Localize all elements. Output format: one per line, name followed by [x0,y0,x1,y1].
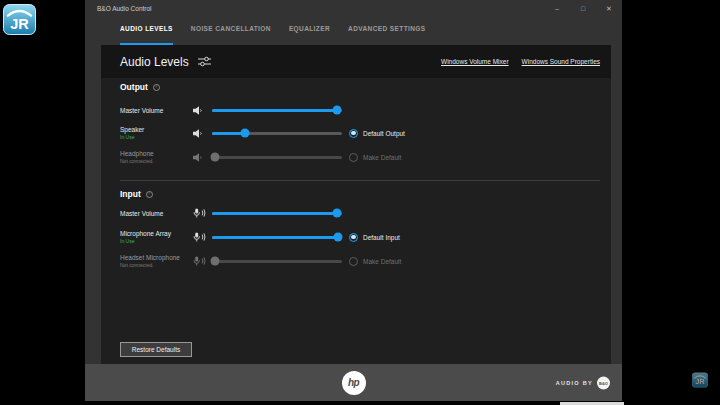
header-links: Windows Volume Mixer Windows Sound Prope… [441,58,600,65]
speaker-icon [193,129,212,138]
slider-track[interactable] [212,109,342,112]
row-label-text: Master Volume [120,107,193,114]
info-icon[interactable]: i [146,191,153,198]
jr-watermark-logo-small: JR [692,372,708,388]
status-badge: In Use [120,238,193,244]
input-master-volume-row: Master Volume [120,204,342,222]
radio-label: Make Default [363,154,401,161]
slider-track[interactable] [212,236,342,239]
window-title: B&O Audio Control [97,5,152,12]
tab-advanced-settings[interactable]: ADVANCED SETTINGS [348,25,425,45]
make-default-radio-group: Make Default [349,153,401,162]
audio-levels-panel: Audio Levels Windows Volume Mixer Window… [101,45,611,364]
default-input-radio-group: Default Input [349,233,400,242]
output-section-title: Output i [120,82,160,92]
slider-thumb[interactable] [332,106,341,115]
input-section-title: Input i [120,189,153,199]
mic-icon [193,232,212,242]
volume-slider-disabled [212,257,342,266]
status-badge: Not connected. [120,158,193,164]
titlebar: B&O Audio Control – □ ✕ [85,0,622,17]
default-output-radio-group: Default Output [349,129,405,138]
bo-audio-control-window: B&O Audio Control – □ ✕ AUDIO LEVELS NOI… [85,0,622,401]
info-icon[interactable]: i [153,84,160,91]
row-label: Microphone Array In Use [120,230,193,245]
panel-content: Output i Master Volume [101,78,611,364]
output-title-text: Output [120,82,148,92]
svg-text:JR: JR [695,378,704,385]
tab-noise-cancellation[interactable]: NOISE CANCELLATION [191,25,271,45]
slider-thumb[interactable] [332,209,341,218]
radio-unselected[interactable] [349,153,358,162]
close-button[interactable]: ✕ [596,0,622,17]
row-label: Master Volume [120,210,193,217]
panel-header: Audio Levels Windows Volume Mixer Window… [101,45,611,78]
output-headphone-row: Headphone Not connected. [120,148,401,166]
row-label-text: Headphone [120,150,193,157]
slider-fill [212,212,337,215]
volume-slider[interactable] [212,209,342,218]
slider-fill [212,109,337,112]
row-label: Headphone Not connected. [120,150,193,165]
radio-label: Default Output [363,130,405,137]
bang-olufsen-logo: B&O [597,376,610,389]
tune-sliders-icon [198,56,211,67]
slider-track[interactable] [212,132,342,135]
radio-selected[interactable] [349,129,358,138]
tab-bar: AUDIO LEVELS NOISE CANCELLATION EQUALIZE… [85,17,622,45]
slider-track [212,260,342,263]
slider-thumb[interactable] [240,129,249,138]
input-headset-microphone-row: Headset Microphone Not connected. [120,252,401,270]
section-divider [120,180,600,181]
row-label-text: Master Volume [120,210,193,217]
window-footer: hp AUDIO BY B&O [85,364,622,401]
input-title-text: Input [120,189,141,199]
make-default-radio-group: Make Default [349,257,401,266]
tab-audio-levels[interactable]: AUDIO LEVELS [120,25,173,45]
volume-slider[interactable] [212,129,342,138]
row-label-text: Microphone Array [120,230,193,237]
radio-selected[interactable] [349,233,358,242]
jr-watermark-logo: JR [3,4,36,35]
slider-track [212,156,342,159]
output-master-volume-row: Master Volume [120,101,342,119]
hp-logo: hp [342,371,366,395]
row-label: Speaker In Use [120,126,193,141]
volume-slider[interactable] [212,233,342,242]
row-label-text: Headset Microphone [120,254,193,261]
windows-volume-mixer-link[interactable]: Windows Volume Mixer [441,58,509,65]
row-label-text: Speaker [120,126,193,133]
speaker-icon [193,106,212,115]
desktop: JR B&O Audio Control – □ ✕ AUDIO LEVELS … [0,0,720,405]
minimize-button[interactable]: – [544,0,570,17]
windows-sound-properties-link[interactable]: Windows Sound Properties [522,58,600,65]
window-controls: – □ ✕ [544,0,622,17]
input-microphone-array-row: Microphone Array In Use [120,228,400,246]
slider-thumb [210,153,219,162]
slider-thumb[interactable] [334,233,343,242]
maximize-button[interactable]: □ [570,0,596,17]
radio-label: Make Default [363,258,401,265]
row-label: Headset Microphone Not connected. [120,254,193,269]
row-label: Master Volume [120,107,193,114]
volume-slider[interactable] [212,106,342,115]
volume-slider-disabled [212,153,342,162]
audio-by-bo-branding: AUDIO BY B&O [556,376,610,389]
svg-text:JR: JR [10,16,29,32]
slider-thumb [210,257,219,266]
mic-icon [193,208,212,218]
slider-track[interactable] [212,212,342,215]
restore-defaults-button[interactable]: Restore Defaults [120,342,192,357]
status-badge: Not connected. [120,262,193,268]
output-speaker-row: Speaker In Use [120,124,405,142]
hp-logo-text: hp [348,377,359,388]
radio-label: Default Input [363,234,400,241]
tab-equalizer[interactable]: EQUALIZER [289,25,330,45]
status-badge: In Use [120,134,193,140]
audio-by-text: AUDIO BY [556,380,593,386]
radio-unselected[interactable] [349,257,358,266]
slider-fill [212,236,338,239]
page-title: Audio Levels [120,55,189,69]
